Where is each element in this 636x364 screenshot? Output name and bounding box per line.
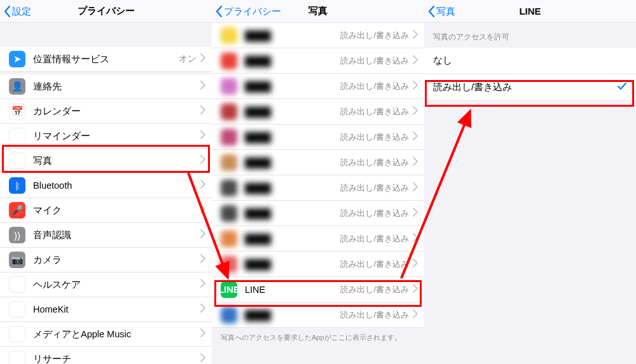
- back-label: プライバシー: [224, 6, 281, 18]
- app-row-hidden[interactable]: ████読み出し/書き込み: [212, 226, 424, 252]
- app-row-hidden[interactable]: ████読み出し/書き込み: [212, 302, 424, 328]
- chevron-right-icon: [200, 105, 205, 117]
- app-row-hidden[interactable]: ████読み出し/書き込み: [212, 150, 424, 175]
- permission-value: 読み出し/書き込み: [340, 81, 409, 92]
- chevron-right-icon: [413, 259, 418, 270]
- privacy-row-cam[interactable]: 📷カメラ: [0, 248, 212, 273]
- privacy-panel: 設定 プライバシー ➤位置情報サービスオン👤連絡先📅カレンダー⦿リマインダー❀写…: [0, 0, 212, 364]
- privacy-row-vo[interactable]: ))音声認識: [0, 223, 212, 248]
- app-row-hidden[interactable]: ████読み出し/書き込み: [212, 48, 424, 74]
- privacy-row-bt[interactable]: ᛒBluetooth: [0, 173, 212, 198]
- page-title: 写真: [308, 5, 328, 17]
- chevron-right-icon: [200, 229, 205, 241]
- privacy-row-mus[interactable]: ♪メディアとApple Music: [0, 322, 212, 347]
- permission-value: 読み出し/書き込み: [340, 55, 409, 67]
- app-row-hidden[interactable]: ████読み出し/書き込み: [212, 74, 424, 99]
- permission-value: 読み出し/書き込み: [340, 182, 409, 194]
- navbar: 写真 LINE: [424, 0, 636, 23]
- page-title: LINE: [519, 6, 541, 17]
- row-label: 写真: [33, 155, 200, 167]
- option-label: 読み出し/書き込み: [433, 81, 512, 93]
- row-label: マイク: [33, 205, 200, 217]
- app-row-line[interactable]: LINELINE読み出し/書き込み: [212, 277, 424, 302]
- bt-icon: ᛒ: [9, 177, 25, 194]
- permission-value: 読み出し/書き込み: [340, 30, 409, 41]
- row-label: リマインダー: [33, 130, 200, 142]
- app-row-hidden[interactable]: ████読み出し/書き込み: [212, 125, 424, 150]
- chevron-right-icon: [200, 81, 205, 92]
- app-label-hidden: ████: [245, 56, 340, 66]
- check-icon: [617, 81, 627, 93]
- row-label: ヘルスケア: [33, 279, 200, 291]
- navbar: プライバシー 写真: [212, 0, 424, 23]
- permission-value: 読み出し/書き込み: [340, 233, 409, 245]
- permission-value: 読み出し/書き込み: [340, 208, 409, 219]
- permission-option[interactable]: 読み出し/書き込み: [424, 74, 636, 101]
- app-row-hidden[interactable]: ████読み出し/書き込み: [212, 252, 424, 277]
- apps-list: ████読み出し/書き込み████読み出し/書き込み████読み出し/書き込み█…: [212, 23, 424, 328]
- rem-icon: ⦿: [9, 128, 25, 144]
- privacy-row-cal[interactable]: 📅カレンダー: [0, 99, 212, 124]
- permission-value: 読み出し/書き込み: [340, 106, 409, 118]
- back-button[interactable]: 設定: [4, 0, 31, 23]
- privacy-row-home[interactable]: ⌂HomeKit: [0, 297, 212, 322]
- row-label: リサーチ: [33, 353, 200, 365]
- row-label: Bluetooth: [33, 180, 200, 191]
- chevron-right-icon: [200, 155, 205, 166]
- vo-icon: )): [9, 227, 25, 243]
- permission-value: 読み出し/書き込み: [340, 259, 409, 270]
- app-row-hidden[interactable]: ████読み出し/書き込み: [212, 201, 424, 226]
- photos-panel: プライバシー 写真 ████読み出し/書き込み████読み出し/書き込み████…: [212, 0, 424, 364]
- chevron-left-icon: [4, 6, 11, 17]
- app-label-hidden: ████: [245, 259, 340, 269]
- home-icon: ⌂: [9, 301, 25, 318]
- navbar: 設定 プライバシー: [0, 0, 212, 23]
- chevron-right-icon: [200, 328, 205, 340]
- app-label-hidden: ████: [245, 234, 340, 244]
- row-label: カメラ: [33, 254, 200, 266]
- app-label-hidden: ████: [245, 158, 340, 168]
- section-header: 写真のアクセスを許可: [424, 23, 636, 48]
- app-icon: [221, 307, 237, 323]
- back-button[interactable]: プライバシー: [216, 0, 281, 23]
- cal-icon: 📅: [9, 103, 25, 119]
- privacy-row-res[interactable]: ≡リサーチ: [0, 347, 212, 364]
- privacy-row-cont[interactable]: 👤連絡先: [0, 74, 212, 99]
- app-icon: [221, 78, 237, 95]
- chevron-left-icon: [216, 6, 223, 17]
- chevron-right-icon: [413, 182, 418, 194]
- chevron-right-icon: [413, 309, 418, 321]
- option-label: なし: [433, 55, 452, 67]
- app-row-hidden[interactable]: ████読み出し/書き込み: [212, 99, 424, 125]
- row-label: カレンダー: [33, 105, 200, 118]
- row-label: 位置情報サービス: [33, 53, 179, 65]
- cont-icon: 👤: [9, 78, 25, 95]
- chevron-right-icon: [413, 131, 418, 143]
- privacy-row-loc[interactable]: ➤位置情報サービスオン: [0, 47, 212, 72]
- chevron-right-icon: [413, 157, 418, 168]
- app-icon: [221, 205, 237, 222]
- app-icon: [221, 180, 237, 196]
- privacy-row-rem[interactable]: ⦿リマインダー: [0, 124, 212, 149]
- chevron-right-icon: [413, 208, 418, 219]
- app-icon: [221, 104, 237, 120]
- footer-note: 写真へのアクセスを要求したAppがここに表示されます。: [212, 328, 424, 347]
- app-row-hidden[interactable]: ████読み出し/書き込み: [212, 175, 424, 201]
- chevron-left-icon: [428, 6, 435, 17]
- privacy-row-pho[interactable]: ❀写真: [0, 149, 212, 173]
- app-label-hidden: ████: [245, 30, 340, 41]
- row-label: 音声認識: [33, 229, 200, 241]
- chevron-right-icon: [200, 53, 205, 65]
- line-panel: 写真 LINE 写真のアクセスを許可 なし読み出し/書き込み: [424, 0, 636, 364]
- privacy-row-mic[interactable]: 🎤マイク: [0, 198, 212, 223]
- permission-option[interactable]: なし: [424, 48, 636, 74]
- privacy-row-heal[interactable]: ♥ヘルスケア: [0, 273, 212, 297]
- chevron-right-icon: [200, 304, 205, 315]
- app-label-hidden: ████: [245, 81, 340, 91]
- back-button[interactable]: 写真: [428, 0, 455, 23]
- app-row-hidden[interactable]: ████読み出し/書き込み: [212, 23, 424, 48]
- app-label-hidden: ████: [245, 107, 340, 117]
- mic-icon: 🎤: [9, 202, 25, 219]
- app-icon: [221, 231, 237, 247]
- permission-value: 読み出し/書き込み: [340, 309, 409, 321]
